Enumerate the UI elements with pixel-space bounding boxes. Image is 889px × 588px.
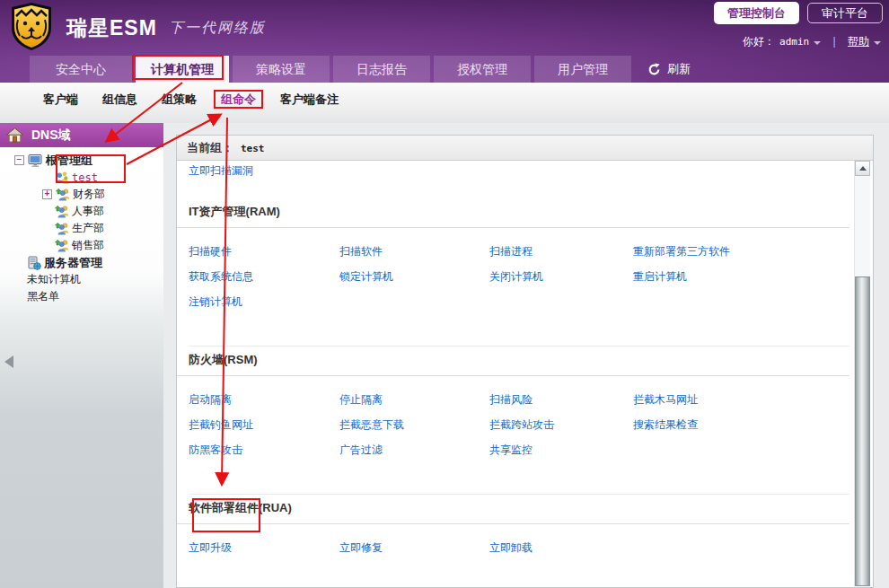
command-link[interactable]: 拦截木马网址 — [633, 392, 849, 408]
platform-switch: 管理控制台 审计平台 — [714, 2, 883, 24]
command-link[interactable]: 重启计算机 — [633, 269, 849, 285]
command-link[interactable]: 扫描硬件 — [189, 244, 339, 259]
chevron-down-icon[interactable] — [874, 41, 881, 45]
department-icon — [55, 239, 69, 252]
command-link[interactable]: 立即修复 — [339, 540, 489, 556]
scroll-up-button[interactable] — [855, 161, 870, 176]
command-link[interactable]: 搜索结果检查 — [633, 417, 849, 433]
command-link[interactable]: 广告过滤 — [339, 443, 489, 458]
group-tree: −根管理组test+财务部人事部生产部销售部服务器管理未知计算机黑名单 — [0, 147, 163, 588]
tree-item-7[interactable]: 服务器管理 — [0, 254, 163, 271]
tree-item-9[interactable]: 黑名单 — [0, 288, 163, 305]
command-link[interactable]: 关闭计算机 — [489, 269, 633, 285]
nav-tab-3[interactable]: 策略设置 — [233, 56, 330, 83]
subnav-item-1[interactable]: 客户端 — [43, 92, 78, 108]
command-link[interactable]: 拦截跨站攻击 — [489, 417, 633, 433]
chevron-down-icon[interactable] — [814, 41, 821, 45]
current-group-value: test — [241, 143, 265, 154]
group-subnav: 客户端组信息组策略组命令客户端备注 — [0, 83, 889, 123]
home-icon — [6, 127, 23, 143]
nav-tab-4[interactable]: 日志报告 — [333, 56, 430, 83]
department-icon — [56, 188, 70, 201]
subnav-item-5[interactable]: 客户端备注 — [280, 92, 339, 108]
subnav-item-4[interactable]: 组命令 — [221, 92, 256, 108]
section-divider — [177, 523, 849, 524]
command-section-1: IT资产管理(RAM)扫描硬件扫描软件扫描进程重新部署第三方软件获取系统信息锁定… — [189, 204, 849, 310]
department-icon — [55, 222, 69, 235]
command-link[interactable]: 扫描软件 — [339, 244, 489, 259]
nav-tab-6[interactable]: 用户管理 — [534, 56, 631, 83]
sidebar-title: DNS域 — [31, 127, 71, 144]
command-link[interactable]: 拦截钓鱼网址 — [189, 417, 339, 433]
command-list: 立即扫描漏洞 IT资产管理(RAM)扫描硬件扫描软件扫描进程重新部署第三方软件获… — [177, 161, 849, 587]
nav-tab-1[interactable]: 安全中心 — [30, 56, 132, 83]
tree-item-label: 服务器管理 — [44, 255, 102, 271]
section-title: 软件部署组件(RUA) — [189, 500, 849, 516]
refresh-icon — [647, 63, 661, 76]
refresh-label: 刷新 — [667, 61, 691, 77]
command-link[interactable]: 锁定计算机 — [339, 269, 489, 285]
command-link[interactable]: 注销计算机 — [189, 294, 339, 310]
tree-item-6[interactable]: 销售部 — [0, 237, 163, 254]
command-section-2: 防火墙(RSM)启动隔离停止隔离扫描风险拦截木马网址拦截钓鱼网址拦截恶意下载拦截… — [189, 346, 849, 458]
product-subtitle: 下一代网络版 — [169, 19, 266, 38]
section-links: 立即升级立即修复立即卸载 — [189, 540, 849, 556]
command-link[interactable]: 停止隔离 — [339, 392, 489, 408]
management-console-button[interactable]: 管理控制台 — [714, 2, 799, 24]
command-link[interactable]: 防黑客攻击 — [189, 443, 339, 458]
divider: ｜ — [829, 34, 840, 49]
section-title: IT资产管理(RAM) — [189, 204, 849, 220]
command-link[interactable]: 立即卸载 — [489, 540, 633, 556]
command-link[interactable]: 立即升级 — [189, 540, 339, 556]
section-divider — [177, 227, 849, 228]
tree-item-label: 销售部 — [72, 238, 104, 253]
tree-item-3[interactable]: +财务部 — [0, 186, 163, 203]
tree-item-2[interactable]: test — [0, 169, 163, 186]
tree-item-label: 黑名单 — [27, 289, 59, 304]
tree-item-label: 生产部 — [72, 221, 104, 236]
tree-item-4[interactable]: 人事部 — [0, 203, 163, 220]
current-group-bar: 当前组： test — [177, 136, 873, 161]
nav-tab-2[interactable]: 计算机管理 — [136, 56, 229, 83]
subnav-item-3[interactable]: 组策略 — [162, 92, 197, 108]
command-link[interactable]: 扫描风险 — [489, 392, 633, 408]
current-group-label: 当前组： — [187, 140, 233, 156]
audit-platform-button[interactable]: 审计平台 — [807, 3, 883, 23]
tree-item-5[interactable]: 生产部 — [0, 220, 163, 237]
tree-item-label: 人事部 — [72, 204, 104, 219]
sidebar-collapse-icon[interactable] — [4, 355, 13, 368]
command-panel: 当前组： test 立即扫描漏洞 IT资产管理(RAM)扫描硬件扫描软件扫描进程… — [176, 135, 874, 588]
product-title: 瑞星ESM — [66, 14, 157, 42]
arrow-up-icon — [859, 166, 867, 171]
expander-minus-icon[interactable]: − — [14, 155, 24, 165]
tree-item-8[interactable]: 未知计算机 — [0, 271, 163, 288]
command-link[interactable]: 启动隔离 — [189, 392, 339, 408]
expander-plus-icon[interactable]: + — [42, 189, 52, 199]
rising-lion-logo-icon — [7, 2, 56, 51]
subnav-item-2[interactable]: 组信息 — [102, 92, 137, 108]
tree-item-label: test — [72, 171, 98, 184]
command-link[interactable]: 拦截恶意下载 — [339, 417, 489, 433]
refresh-button[interactable]: 刷新 — [647, 56, 691, 83]
command-link[interactable]: 获取系统信息 — [189, 269, 339, 285]
tree-item-1[interactable]: −根管理组 — [0, 152, 163, 169]
section-links: 启动隔离停止隔离扫描风险拦截木马网址拦截钓鱼网址拦截恶意下载拦截跨站攻击搜索结果… — [189, 392, 849, 458]
app-header: 瑞星ESM 下一代网络版 管理控制台 审计平台 你好： admin ｜ 帮助 安… — [0, 0, 889, 83]
command-link[interactable]: 扫描进程 — [489, 244, 633, 259]
command-link[interactable]: 重新部署第三方软件 — [633, 244, 849, 259]
command-link[interactable]: 共享监控 — [489, 443, 633, 458]
scrollbar[interactable] — [854, 161, 870, 586]
user-greeting: 你好： admin ｜ 帮助 — [743, 34, 881, 49]
tree-item-label: 根管理组 — [46, 153, 92, 169]
help-menu[interactable]: 帮助 — [848, 34, 869, 49]
scrollbar-thumb[interactable] — [855, 276, 870, 586]
section-divider — [177, 375, 849, 376]
department-icon — [55, 205, 69, 218]
greeting-label: 你好： — [743, 34, 775, 49]
section-links: 扫描硬件扫描软件扫描进程重新部署第三方软件获取系统信息锁定计算机关闭计算机重启计… — [189, 244, 849, 310]
esm-console: { "header": { "product": "瑞星ESM", "subti… — [0, 0, 889, 588]
username-menu[interactable]: admin — [779, 36, 809, 48]
server-icon — [27, 256, 41, 270]
nav-tab-5[interactable]: 授权管理 — [434, 56, 531, 83]
command-link[interactable]: 立即扫描漏洞 — [189, 164, 253, 177]
